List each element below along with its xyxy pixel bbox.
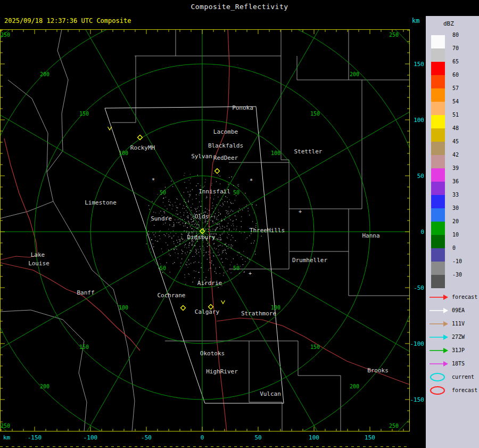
point-marker: * (250, 178, 253, 184)
colorbar-label: 20 (452, 218, 459, 224)
colorbar-label: 60 (452, 72, 459, 78)
colorbar-swatch (431, 75, 445, 88)
range-label: 150 (310, 111, 320, 117)
radar-site-marker (181, 306, 186, 311)
range-label: 100 (271, 150, 280, 156)
legend-label: forecast (452, 294, 477, 300)
colorbar-swatch (431, 115, 445, 128)
bottom-border-rule (0, 446, 410, 447)
legend-ellipse-icon (429, 372, 449, 382)
city-label: Calgary (195, 308, 220, 315)
colorbar-label: 80 (452, 32, 459, 38)
right-axis-tick-label: -150 (410, 396, 424, 403)
right-axis-tick-label: 50 (410, 173, 424, 180)
city-label: Vulcan (260, 390, 281, 397)
city-label: Airdrie (197, 280, 222, 287)
colorbar-label: 51 (452, 112, 459, 118)
colorbar-swatch (431, 142, 445, 155)
city-label: Sylvan (191, 153, 212, 160)
city-label: Strathmore (241, 310, 276, 317)
colorbar-swatch (431, 208, 445, 222)
legend-arrow-icon (429, 319, 449, 329)
range-label: 150 (79, 111, 89, 117)
colorbar-swatch (431, 248, 445, 262)
boundary-line (281, 29, 289, 209)
radar-map-display[interactable]: 2502001501005025020015010050501001502002… (0, 29, 410, 431)
right-axis: 150100500-50-100-150 (410, 29, 426, 431)
colorbar-label: -10 (452, 258, 462, 264)
legend-label: 111V (452, 321, 465, 327)
bottom-axis-unit-label: km (3, 434, 10, 441)
bottom-axis-tick-label: -50 (135, 434, 158, 441)
city-label: Limestone (85, 199, 117, 206)
city-label: Cochrane (158, 292, 186, 299)
range-label: 100 (119, 305, 128, 311)
city-label: Olds (195, 213, 209, 220)
legend-row: 09EA (429, 304, 479, 317)
colorbar-swatch (431, 88, 445, 102)
boundary-line (0, 310, 87, 431)
point-marker: + (249, 271, 252, 276)
range-label: 100 (119, 150, 128, 156)
storm-vector-marker (221, 300, 225, 304)
colorbar-swatch (431, 62, 445, 75)
right-axis-tick-label: -50 (410, 284, 424, 291)
colorbar-swatch (431, 155, 445, 168)
right-axis-tick-label: -100 (410, 340, 424, 347)
right-axis-tick-label: 0 (410, 229, 424, 235)
range-label: 250 (1, 32, 10, 38)
legend-label: 31JP (452, 347, 465, 353)
range-label: 200 (40, 71, 49, 77)
colorbar-swatch (431, 235, 445, 248)
colorbar-swatch (431, 182, 445, 195)
bottom-axis: km -150-100-50050100150 (0, 432, 410, 448)
colorbar-label: 36 (452, 178, 459, 184)
legend-label: current (452, 374, 474, 380)
range-label: 250 (1, 423, 10, 429)
legend-arrow-icon (429, 346, 449, 355)
symbol-legend: forecast09EA111V27ZW31JP18TScurrentforec… (429, 290, 479, 397)
boundary-line (249, 341, 282, 431)
colorbar-label: 10 (452, 232, 459, 238)
legend-arrow-icon (429, 359, 449, 369)
legend-arrow-icon (429, 332, 449, 342)
city-label: Drumheller (292, 257, 328, 264)
colorbar-swatch (431, 128, 445, 142)
legend-ellipse-icon (429, 386, 449, 395)
legend-label: 27ZW (452, 334, 465, 340)
highway-line (217, 318, 410, 385)
boundary-line (349, 251, 410, 296)
colorbar-swatch (431, 102, 445, 115)
boundary-line (165, 341, 341, 431)
legend-label: 09EA (452, 307, 465, 313)
boundary-line (289, 80, 362, 209)
boundary-line (0, 201, 53, 218)
range-label: 50 (233, 265, 240, 271)
boundary-line (112, 56, 136, 123)
legend-sidebar: dBZ 807065605754514845423936333020100-10… (426, 16, 479, 448)
radar-site-marker (215, 169, 220, 174)
legend-row: forecast (429, 384, 479, 397)
range-label: 150 (79, 344, 89, 350)
colorbar-swatch (431, 222, 445, 235)
city-label: HighRiver (206, 368, 238, 375)
colorbar-label: 39 (452, 165, 459, 171)
legend-row: forecast (429, 290, 479, 304)
legend-arrow-icon (429, 292, 449, 302)
colorbar-label: 33 (452, 192, 459, 198)
range-label: 150 (310, 344, 320, 350)
legend-row: 18TS (429, 357, 479, 370)
city-label: Didsbury (187, 234, 216, 241)
boundary-line (8, 80, 135, 431)
bottom-axis-tick-label: 50 (246, 434, 270, 441)
bottom-axis-tick-label: 150 (358, 434, 382, 441)
city-label: RockyMH (130, 144, 155, 151)
colorbar-label: 54 (452, 99, 459, 104)
city-label: RedDeer (213, 154, 238, 161)
colorbar-swatch (431, 262, 445, 275)
colorbar-swatch (431, 168, 445, 182)
reflectivity-colorbar: 807065605754514845423936333020100-10-30 (431, 35, 478, 288)
city-label: Brooks (367, 367, 389, 374)
city-label: Innisfail (199, 188, 230, 195)
city-label: Lacombe (213, 128, 238, 135)
